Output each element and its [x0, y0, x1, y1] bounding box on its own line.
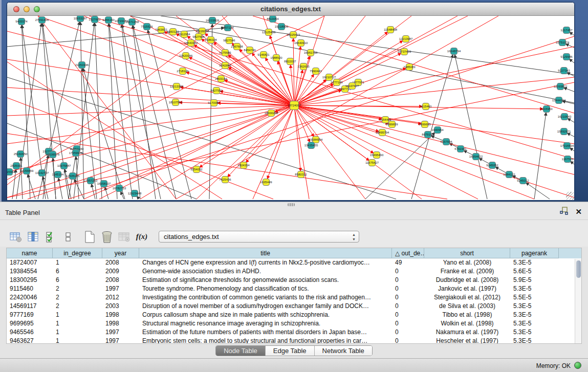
network-node-label: 9254052: [190, 168, 203, 171]
network-edge: [76, 157, 79, 199]
network-edge: [294, 32, 387, 105]
network-node-label: 7990443: [310, 70, 322, 73]
table-cell: 0: [392, 293, 424, 302]
network-node-label: 21053346: [75, 63, 89, 67]
network-node-label: 1167533: [562, 158, 574, 161]
network-node-label: 16210643: [558, 115, 572, 118]
table-cell: 0: [392, 319, 424, 328]
network-node-label: 1588520: [270, 56, 282, 59]
table-row[interactable]: 1938455462009Genome-wide association stu…: [7, 267, 581, 276]
delete-table-icon[interactable]: [98, 230, 116, 244]
column-header-name[interactable]: name: [7, 248, 53, 258]
table-cell: 1: [53, 311, 102, 319]
network-node-label: 6791941: [454, 147, 467, 150]
network-canvas[interactable]: 1872400718300295193845541921072797771696…: [7, 16, 574, 200]
network-node-label: 2367608: [231, 45, 243, 48]
network-node-label: 19218906: [275, 25, 289, 28]
network-edge: [294, 105, 378, 132]
row-height-icon[interactable]: [59, 230, 77, 244]
column-header-title[interactable]: title: [139, 248, 392, 258]
table-cell: Embryonic stem cells: a model to study s…: [139, 337, 392, 344]
cytoscape-desktop: citations_edges.txt 18724007183002951938…: [0, 0, 588, 202]
memory-status-icon[interactable]: [574, 362, 581, 369]
dropdown-stepper-icon: ▲▼: [352, 232, 356, 242]
table-settings-icon[interactable]: [7, 230, 25, 244]
network-node-label: 17957253: [84, 179, 98, 182]
table-cell: 5.6E-5: [510, 267, 559, 276]
table-cell: 1997: [102, 337, 139, 344]
table-row[interactable]: 1872400712008Changes of HCN gene express…: [7, 258, 581, 267]
tab-edge-table[interactable]: Edge Table: [265, 346, 314, 356]
network-edge: [197, 105, 294, 199]
network-node-label: 1084122: [503, 173, 515, 176]
select-column-icon[interactable]: [25, 230, 42, 244]
table-select-dropdown[interactable]: citations_edges.txt ▲▼: [159, 231, 359, 243]
table-cell: 2: [53, 285, 102, 293]
table-header-row: namein_degreeyeartitle△ out_de…shortpage…: [7, 248, 581, 258]
column-header-pagerank[interactable]: pagerank: [510, 248, 559, 258]
table-scrollbar-thumb[interactable]: [576, 260, 581, 278]
new-table-icon[interactable]: [81, 230, 98, 244]
table-row[interactable]: 2242004622012Investigating the contribut…: [7, 293, 581, 302]
network-edge: [99, 16, 468, 199]
network-node-label: 9170087: [208, 101, 220, 104]
table-cell: 0: [392, 337, 424, 344]
status-bar: Memory: OK: [0, 358, 588, 372]
network-edge: [270, 36, 294, 105]
network-window-titlebar[interactable]: citations_edges.txt: [7, 3, 574, 16]
table-row[interactable]: 1456911722003Disruption of a novel membe…: [7, 302, 581, 311]
network-node-label: 11675427: [365, 161, 379, 164]
column-header-short[interactable]: short: [424, 248, 510, 258]
network-node-label: 16640910: [294, 41, 308, 45]
table-cell: 18724007: [7, 258, 53, 267]
network-node-label: 2835001: [10, 164, 23, 167]
table-cell: Hescheler et al. (1997): [424, 337, 510, 344]
table-row[interactable]: 946362711997Embryonic stem cells: a mode…: [7, 337, 581, 344]
network-node-label: 16954622: [469, 155, 483, 158]
show-hide-columns-icon[interactable]: [42, 230, 59, 244]
table-cell: Stergiakouli et al. (2012): [424, 293, 510, 302]
network-edge: [571, 148, 574, 151]
tab-network-table[interactable]: Network Table: [314, 346, 372, 356]
table-cell: 1: [53, 319, 102, 328]
network-node-label: 17016534: [560, 144, 574, 147]
network-node-label: 12125439: [262, 31, 276, 34]
window-resize-grip[interactable]: [566, 192, 574, 200]
table-row[interactable]: 1830029562008Estimation of significance …: [7, 276, 581, 285]
column-header-year[interactable]: year: [102, 248, 139, 258]
table-row[interactable]: 977716911998Corpus callosum shape and si…: [7, 311, 581, 319]
table-cell: Estimation of the future numbers of pati…: [139, 328, 392, 337]
float-panel-icon[interactable]: [560, 207, 568, 217]
table-row[interactable]: 911546021997Tourette syndrome. Phenomeno…: [7, 285, 581, 293]
network-edge: [294, 105, 309, 199]
table-cell: 2008: [102, 258, 139, 267]
network-canvas-svg: 1872400718300295193845541921072797771696…: [7, 16, 574, 200]
network-node-label: 1217457: [560, 29, 573, 32]
network-node-label: 8679197: [422, 133, 434, 136]
table-cell: 19384554: [7, 267, 53, 276]
column-header-in-degree[interactable]: in_degree: [53, 248, 102, 258]
network-node-label: 12093872: [554, 85, 568, 88]
split-pane-divider-handle[interactable]: [288, 203, 295, 206]
network-edge: [570, 59, 574, 63]
network-edge: [564, 88, 574, 92]
network-node-label: 8580312: [295, 173, 307, 176]
table-row[interactable]: 946554611997Estimation of the future num…: [7, 328, 581, 337]
table-cell: 5.3E-5: [510, 337, 559, 344]
close-panel-icon[interactable]: ✕: [575, 208, 582, 216]
tab-node-table[interactable]: Node Table: [216, 346, 265, 356]
network-node-label: 27691406: [35, 18, 49, 21]
column-header-out-de-[interactable]: △ out_de…: [392, 248, 424, 258]
network-window[interactable]: citations_edges.txt 18724007183002951938…: [7, 2, 575, 200]
network-node-label: 13142737: [35, 171, 49, 174]
table-cell: 1: [53, 337, 102, 344]
network-edge: [121, 192, 124, 199]
function-builder-icon[interactable]: f(x): [133, 230, 150, 244]
table-row[interactable]: 969969511998Structural magnetic resonanc…: [7, 319, 581, 328]
table-cell: Genome-wide association studies in ADHD.: [139, 267, 392, 276]
table-cell: 9465546: [7, 328, 53, 337]
table-scrollbar[interactable]: [575, 259, 581, 343]
table-cell: 1998: [102, 319, 139, 328]
network-edge: [568, 119, 574, 122]
network-edge: [200, 105, 294, 167]
